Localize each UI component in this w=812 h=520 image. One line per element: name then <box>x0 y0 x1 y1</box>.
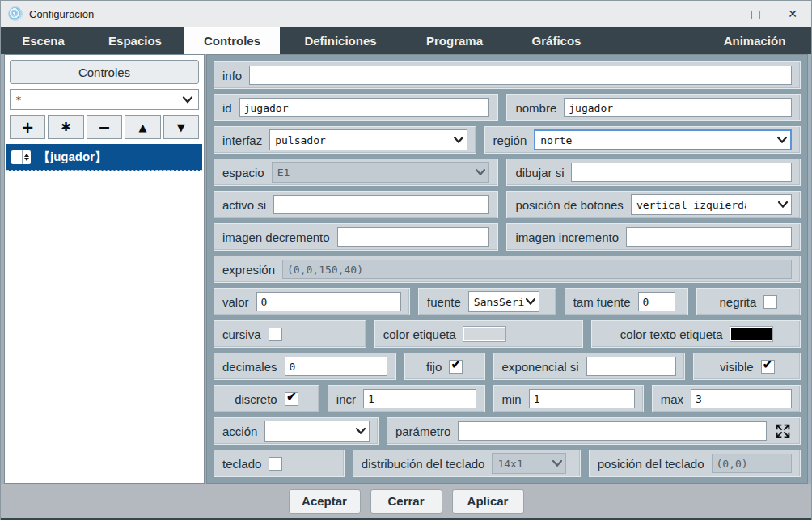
color-etiqueta-swatch[interactable] <box>463 327 505 341</box>
valor-label: valor <box>222 295 249 309</box>
aceptar-button[interactable]: Aceptar <box>289 489 361 514</box>
activo-si-input[interactable] <box>273 195 489 214</box>
exponencial-si-input[interactable] <box>586 357 677 376</box>
nombre-input[interactable] <box>564 98 792 117</box>
negrita-label: negrita <box>720 295 757 309</box>
parametro-input[interactable] <box>458 421 767 441</box>
max-label: max <box>661 392 683 406</box>
fijo-label: fijo <box>426 360 442 374</box>
region-label: región <box>493 133 527 147</box>
maximize-button[interactable]: □ <box>737 1 774 27</box>
decimales-label: decimales <box>222 360 277 374</box>
configuration-window: Configuración — □ ✕ Escena Espacios Cont… <box>0 0 812 520</box>
espacio-value: E1 <box>277 167 290 179</box>
spinner-control-icon <box>11 150 31 164</box>
posicion-botones-value: vertical izquierda <box>636 199 746 211</box>
field-id: id <box>214 94 498 121</box>
field-discreto: discreto ✔ <box>214 385 319 412</box>
field-fuente: fuente SansSerif <box>418 288 556 315</box>
field-color-texto-etiqueta: color texto etiqueta <box>591 320 801 348</box>
duplicate-control-button[interactable]: ✱ <box>48 115 83 139</box>
field-dibujar-si: dibujar si <box>506 159 801 186</box>
region-select[interactable]: norte <box>534 129 792 150</box>
posicion-botones-select[interactable]: vertical izquierda <box>631 194 792 215</box>
list-item-jugador[interactable]: 【jugador】 <box>6 144 202 171</box>
field-activo-si: activo si <box>214 191 498 218</box>
discreto-checkbox[interactable]: ✔ <box>285 392 298 406</box>
sidebar-top: Controles * + ✱ − ▲ ▼ <box>5 55 204 139</box>
tab-graficos[interactable]: Gráficos <box>508 27 605 54</box>
imagen-incremento-input[interactable] <box>626 227 792 247</box>
visible-label: visible <box>720 360 754 374</box>
region-value: norte <box>540 134 572 146</box>
field-tam-fuente: tam fuente <box>565 288 688 315</box>
info-input[interactable] <box>249 66 792 85</box>
imagen-decremento-input[interactable] <box>337 227 490 247</box>
cursiva-label: cursiva <box>222 328 261 341</box>
decimales-input[interactable] <box>285 357 387 376</box>
activo-si-label: activo si <box>222 198 266 212</box>
valor-input[interactable] <box>256 292 402 311</box>
field-max: max <box>652 385 801 412</box>
aplicar-button[interactable]: Aplicar <box>452 489 524 514</box>
incr-label: incr <box>336 392 356 406</box>
visible-checkbox[interactable]: ✔ <box>761 360 775 374</box>
move-up-button[interactable]: ▲ <box>125 115 160 139</box>
min-label: min <box>502 392 522 406</box>
fijo-checkbox[interactable]: ✔ <box>449 360 463 374</box>
color-texto-etiqueta-label: color texto etiqueta <box>620 328 723 341</box>
remove-control-button[interactable]: − <box>87 115 122 139</box>
negrita-checkbox[interactable] <box>763 295 777 309</box>
field-posicion-teclado: posición del teclado <box>589 450 801 477</box>
dibujar-si-label: dibujar si <box>515 166 564 180</box>
tab-bar: Escena Espacios Controles Definiciones P… <box>1 27 811 54</box>
fuente-value: SansSerif <box>474 296 524 308</box>
incr-input[interactable] <box>363 389 476 408</box>
min-input[interactable] <box>529 389 635 408</box>
tab-controles[interactable]: Controles <box>184 27 280 54</box>
move-down-button[interactable]: ▼ <box>163 115 199 139</box>
interfaz-select[interactable]: pulsador <box>269 129 467 150</box>
field-accion: acción <box>214 417 379 445</box>
field-exponencial-si: exponencial si <box>493 353 686 380</box>
tab-programa[interactable]: Programa <box>401 27 508 54</box>
close-button[interactable]: ✕ <box>774 1 811 27</box>
chevron-down-icon <box>525 298 536 306</box>
teclado-checkbox[interactable] <box>269 457 282 471</box>
expand-editor-icon[interactable] <box>774 422 792 440</box>
list-item-label: 【jugador】 <box>38 150 107 165</box>
tab-definiciones[interactable]: Definiciones <box>280 27 401 54</box>
field-min: min <box>493 385 644 412</box>
field-decimales: decimales <box>214 353 396 380</box>
fuente-select[interactable]: SansSerif <box>468 291 539 312</box>
tam-fuente-input[interactable] <box>638 292 675 311</box>
tab-espacios[interactable]: Espacios <box>86 27 184 54</box>
expresion-input <box>282 260 792 279</box>
field-distribucion-teclado: distribución del teclado 14x1 <box>353 450 581 477</box>
posicion-teclado-label: posición del teclado <box>598 457 704 471</box>
tab-animacion[interactable]: Animación <box>709 27 800 54</box>
field-info: info <box>214 61 801 89</box>
controls-header-button[interactable]: Controles <box>10 60 199 84</box>
minimize-button[interactable]: — <box>700 1 737 27</box>
accion-select[interactable] <box>264 421 370 442</box>
accion-label: acción <box>222 425 257 438</box>
field-visible: visible ✔ <box>693 353 801 380</box>
cursiva-checkbox[interactable] <box>269 328 282 341</box>
cerrar-button[interactable]: Cerrar <box>370 489 442 514</box>
field-imagen-decremento: imagen decremento <box>214 223 498 251</box>
chevron-down-icon <box>776 137 788 144</box>
fuente-label: fuente <box>427 295 461 309</box>
field-expresion: expresión <box>214 256 801 283</box>
exponencial-si-label: exponencial si <box>502 360 579 374</box>
info-label: info <box>222 69 242 82</box>
field-nombre: nombre <box>506 94 801 121</box>
dibujar-si-input[interactable] <box>571 163 792 182</box>
add-control-button[interactable]: + <box>10 115 45 139</box>
tab-escena[interactable]: Escena <box>1 27 86 54</box>
field-cursiva: cursiva <box>214 320 366 348</box>
color-texto-etiqueta-swatch[interactable] <box>730 327 772 341</box>
id-input[interactable] <box>239 98 490 117</box>
max-input[interactable] <box>691 389 792 408</box>
controls-filter-select[interactable]: * <box>10 89 199 110</box>
